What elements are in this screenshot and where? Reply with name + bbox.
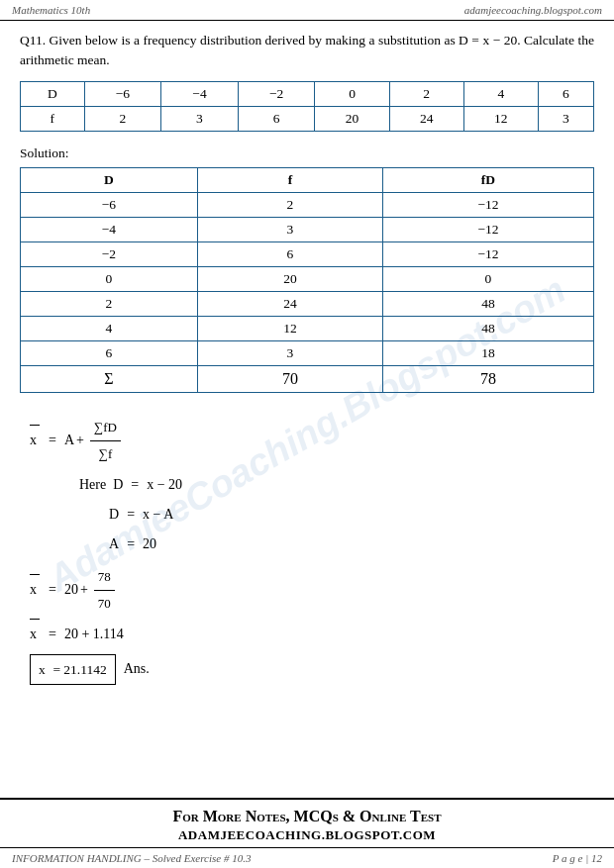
fraction-fD-over-f: ∑fD ∑f (90, 415, 121, 467)
table-cell: −6 (21, 192, 198, 217)
table-cell: −12 (382, 192, 593, 217)
eq-sign-3: = (127, 501, 135, 529)
col-header-f: f (197, 167, 382, 192)
eq-sign-2: = (131, 471, 139, 499)
table-row-sigma: Σ 70 78 (21, 365, 594, 392)
calc2-value: 20 + 1.114 (64, 621, 124, 648)
eq-sign-6: = (49, 621, 56, 648)
formula-A-line: A = 20 (30, 530, 584, 558)
table-cell: 0 (315, 81, 389, 106)
table-row: −6 2 −12 (21, 192, 594, 217)
table-cell: 6 (197, 241, 382, 266)
table-cell-sigma: Σ (21, 365, 198, 392)
table-cell: 6 (238, 106, 315, 131)
table-cell: −12 (382, 241, 593, 266)
denominator-70: 70 (94, 591, 115, 617)
answer-box: x = 21.1142 (30, 654, 116, 685)
a-label: A (109, 530, 119, 558)
formula-A: A (64, 427, 74, 454)
question-body: Given below is a frequency distribution … (20, 33, 594, 67)
question-number: Q11. (20, 33, 46, 48)
table-row: −4 3 −12 (21, 217, 594, 241)
table-cell: 4 (21, 316, 198, 340)
formula-main-line: x = A + ∑fD ∑f (30, 415, 584, 467)
table-row: 6 3 18 (21, 340, 594, 365)
main-content: Q11. Given below is a frequency distribu… (0, 21, 614, 798)
formula-here-line: Here D = x − 20 (30, 471, 584, 499)
promo-line1: For More Notes, MCQs & Online Test (10, 808, 604, 825)
calc1-left: 20 (64, 576, 78, 604)
table-cell: 24 (389, 106, 463, 131)
numerator: ∑fD (90, 415, 121, 441)
table-cell: 12 (197, 316, 382, 340)
input-table: D −6 −4 −2 0 2 4 6 f 2 3 6 20 24 12 3 (20, 81, 594, 132)
table-cell: 2 (21, 291, 198, 316)
table-cell: 4 (463, 81, 538, 106)
xbar-symbol-3: x (30, 621, 40, 648)
formula-calc1-line: x = 20 + 78 70 (30, 564, 584, 617)
eq-sign-1: = (49, 427, 56, 454)
table-cell: 2 (389, 81, 463, 106)
answer-line: x = 21.1142 Ans. (30, 654, 584, 685)
table-cell: 12 (463, 106, 538, 131)
table-row: 4 12 48 (21, 316, 594, 340)
table-cell: 3 (538, 106, 593, 131)
page-header: Mathematics 10th adamjeecoaching.blogspo… (0, 0, 614, 21)
solution-label: Solution: (20, 145, 594, 161)
table-cell: D (21, 81, 85, 106)
formula-section: x = A + ∑fD ∑f Here D = x − 20 D = x (20, 407, 594, 693)
eq-sign-5: = (49, 576, 56, 604)
table-cell: 48 (382, 291, 593, 316)
table-cell: −6 (84, 81, 161, 106)
table-row-header: D −6 −4 −2 0 2 4 6 (21, 81, 594, 106)
answer-eq: = 21.1142 (50, 656, 107, 683)
table-cell: 20 (197, 266, 382, 291)
table-cell: −2 (238, 81, 315, 106)
table-cell: 20 (315, 106, 389, 131)
xbar-symbol-4: x (39, 656, 49, 683)
table-cell-total-fD: 78 (382, 365, 593, 392)
numerator-78: 78 (94, 564, 115, 591)
table-cell: 2 (84, 106, 161, 131)
table-row: 0 20 0 (21, 266, 594, 291)
solution-table: D f fD −6 2 −12 −4 3 −12 −2 6 −12 0 20 (20, 167, 594, 393)
table-cell: f (21, 106, 85, 131)
col-header-fD: fD (382, 167, 593, 192)
a-value: 20 (143, 530, 156, 558)
promo-section: For More Notes, MCQs & Online Test ADAMJ… (0, 798, 614, 847)
xbar-symbol-2: x (30, 576, 40, 604)
table-cell: 24 (197, 291, 382, 316)
table-cell: 6 (538, 81, 593, 106)
d-label: D (109, 501, 119, 529)
table-cell: 3 (197, 340, 382, 365)
table-cell: 48 (382, 316, 593, 340)
table-cell: 6 (21, 340, 198, 365)
footer-right: P a g e | 12 (553, 852, 602, 864)
table-row: −2 6 −12 (21, 241, 594, 266)
table-cell: 3 (197, 217, 382, 241)
footer-left: INFORMATION HANDLING – Solved Exercise #… (12, 852, 251, 864)
table-cell: −4 (21, 217, 198, 241)
ans-label: Ans. (124, 655, 150, 683)
formula-D-line: D = x − A (30, 501, 584, 529)
xbar-symbol: x (30, 427, 40, 454)
header-left: Mathematics 10th (12, 4, 90, 16)
table-row-data: f 2 3 6 20 24 12 3 (21, 106, 594, 131)
question-text: Q11. Given below is a frequency distribu… (20, 31, 594, 71)
plus-sign-2: + (80, 576, 88, 604)
table-cell: −12 (382, 217, 593, 241)
plus-sign-1: + (76, 427, 84, 454)
d-value: x − A (143, 501, 173, 529)
here-value: x − 20 (147, 471, 182, 499)
table-cell-total-f: 70 (197, 365, 382, 392)
table-cell: −4 (161, 81, 239, 106)
table-row: 2 24 48 (21, 291, 594, 316)
table-cell: −2 (21, 241, 198, 266)
table-cell: 0 (21, 266, 198, 291)
table-cell: 3 (161, 106, 239, 131)
col-header-D: D (21, 167, 198, 192)
eq-sign-4: = (127, 530, 135, 558)
table-cell: 0 (382, 266, 593, 291)
here-label: Here D (79, 471, 123, 499)
table-row-header: D f fD (21, 167, 594, 192)
